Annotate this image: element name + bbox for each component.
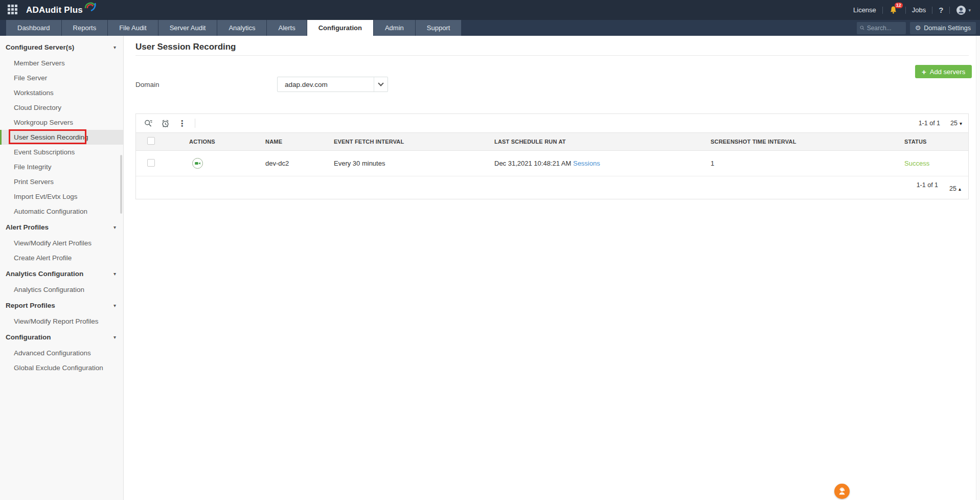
sidebar-item-member-servers[interactable]: Member Servers <box>0 56 123 71</box>
sidebar-item-label: User Session Recording <box>14 133 88 141</box>
table-row: dev-dc2 Every 30 minutes Dec 31,2021 10:… <box>136 151 968 176</box>
jobs-link[interactable]: Jobs <box>912 6 926 14</box>
window-scrollbar[interactable] <box>976 36 980 500</box>
domain-settings-label: Domain Settings <box>924 25 971 32</box>
sidebar-section-configured-servers[interactable]: Configured Server(s) ▾ <box>0 39 123 56</box>
caret-down-icon: ▾ <box>960 121 962 126</box>
tab-support[interactable]: Support <box>416 20 462 36</box>
sidebar-scrollbar-thumb[interactable] <box>120 155 122 214</box>
sidebar-item-view-modify-report-profiles[interactable]: View/Modify Report Profiles <box>0 314 123 329</box>
user-menu[interactable]: ▾ <box>956 5 971 15</box>
sidebar-section-alert-profiles[interactable]: Alert Profiles ▾ <box>0 219 123 236</box>
page-title: User Session Recording <box>135 42 236 52</box>
tab-dashboard[interactable]: Dashboard <box>6 20 61 36</box>
sidebar-section-label: Alert Profiles <box>6 223 49 231</box>
sidebar-item-analytics-configuration[interactable]: Analytics Configuration <box>0 282 123 297</box>
last-run-timestamp: Dec 31,2021 10:48:21 AM <box>494 160 571 167</box>
sidebar-item-create-alert-profile[interactable]: Create Alert Profile <box>0 251 123 265</box>
sidebar-item-workstations[interactable]: Workstations <box>0 85 123 100</box>
schedule-alarm-icon[interactable] <box>160 118 170 128</box>
caret-up-icon: ▴ <box>959 186 961 192</box>
tab-alerts[interactable]: Alerts <box>267 20 306 36</box>
table-panel: ⋮ 1-1 of 1 25 ▾ ACTIONS NAME EVENT FETCH… <box>135 113 969 199</box>
sidebar-item-global-exclude-configuration[interactable]: Global Exclude Configuration <box>0 360 123 375</box>
sidebar-item-file-server[interactable]: File Server <box>0 71 123 85</box>
global-search[interactable] <box>857 22 906 34</box>
divider <box>882 7 883 14</box>
sidebar-item-advanced-configurations[interactable]: Advanced Configurations <box>0 346 123 360</box>
license-link[interactable]: License <box>853 6 876 14</box>
session-recording-camera-icon[interactable] <box>192 158 203 169</box>
sidebar-item-automatic-configuration[interactable]: Automatic Configuration <box>0 204 123 219</box>
sidebar-item-workgroup-servers[interactable]: Workgroup Servers <box>0 115 123 130</box>
tab-admin[interactable]: Admin <box>374 20 415 36</box>
page-size-dropdown[interactable]: 25 ▾ <box>950 120 962 127</box>
divider <box>949 7 950 14</box>
table-toolbar: ⋮ 1-1 of 1 25 ▾ <box>136 114 968 132</box>
tab-server-audit[interactable]: Server Audit <box>158 20 217 36</box>
gear-icon: ⚙ <box>915 25 921 31</box>
plus-icon: + <box>922 68 926 76</box>
tab-configuration[interactable]: Configuration <box>307 20 373 36</box>
add-servers-button[interactable]: + Add servers <box>915 65 972 78</box>
sidebar-section-label: Analytics Configuration <box>6 270 83 278</box>
domain-selected-value: adap.dev.com <box>278 81 374 88</box>
sidebar-item-view-modify-alert-profiles[interactable]: View/Modify Alert Profiles <box>0 236 123 251</box>
column-header-event-fetch-interval: EVENT FETCH INTERVAL <box>334 139 494 145</box>
notifications-bell-icon[interactable]: 12 <box>889 6 899 15</box>
cell-status: Success <box>904 160 968 167</box>
domain-select[interactable]: adap.dev.com <box>277 77 388 92</box>
select-all-checkbox[interactable] <box>147 137 155 145</box>
cell-screenshot-time-interval: 1 <box>711 160 904 167</box>
column-header-status: STATUS <box>904 139 968 145</box>
dropdown-caret-segment[interactable] <box>374 77 388 92</box>
chevron-down-icon <box>378 80 383 86</box>
headset-person-icon <box>837 487 847 496</box>
column-header-actions: ACTIONS <box>189 139 265 145</box>
sessions-link[interactable]: Sessions <box>573 160 600 167</box>
sidebar: Configured Server(s) ▾ Member Servers Fi… <box>0 36 124 500</box>
row-checkbox[interactable] <box>147 159 155 167</box>
support-chat-bubble[interactable] <box>834 484 850 499</box>
sidebar-section-analytics-configuration[interactable]: Analytics Configuration ▾ <box>0 265 123 282</box>
kebab-menu-icon[interactable]: ⋮ <box>177 118 187 128</box>
brand-swoosh-icon <box>84 1 97 12</box>
app-grid-icon[interactable] <box>8 5 19 16</box>
tab-analytics[interactable]: Analytics <box>217 20 266 36</box>
page-size-value: 25 <box>949 185 956 192</box>
column-header-name: NAME <box>265 139 334 145</box>
sidebar-item-print-servers[interactable]: Print Servers <box>0 174 123 189</box>
cell-name: dev-dc2 <box>265 160 334 167</box>
cell-event-fetch-interval: Every 30 minutes <box>334 160 494 167</box>
table-footer: 1-1 of 1 25 ▴ <box>136 176 968 199</box>
tab-reports[interactable]: Reports <box>62 20 108 36</box>
pagination-range: 1-1 of 1 <box>919 120 940 127</box>
sidebar-item-import-evt-logs[interactable]: Import Evt/Evtx Logs <box>0 189 123 204</box>
domain-settings-button[interactable]: ⚙ Domain Settings <box>910 22 976 34</box>
domain-label: Domain <box>135 81 159 88</box>
sidebar-item-file-integrity[interactable]: File Integrity <box>0 160 123 174</box>
sidebar-item-cloud-directory[interactable]: Cloud Directory <box>0 100 123 115</box>
sidebar-section-configuration[interactable]: Configuration ▾ <box>0 329 123 346</box>
divider <box>195 119 195 128</box>
search-icon <box>860 25 864 31</box>
help-icon[interactable]: ? <box>939 6 943 14</box>
column-header-last-schedule-run-at: LAST SCHEDULE RUN AT <box>494 139 711 145</box>
avatar-icon <box>956 5 966 15</box>
top-bar: ADAudit Plus License 12 Jobs ? <box>0 0 980 20</box>
search-input[interactable] <box>867 25 903 32</box>
sidebar-section-label: Configured Server(s) <box>6 43 74 51</box>
page-size-value: 25 <box>950 120 958 127</box>
sidebar-item-user-session-recording[interactable]: User Session Recording <box>0 130 123 145</box>
pagination-range: 1-1 of 1 <box>917 181 938 189</box>
tab-file-audit[interactable]: File Audit <box>108 20 157 36</box>
main-content: User Session Recording Domain adap.dev.c… <box>124 36 980 500</box>
chevron-down-icon: ▾ <box>113 303 116 308</box>
chevron-down-icon: ▾ <box>113 271 116 277</box>
page-size-dropdown[interactable]: 25 ▴ <box>949 185 961 192</box>
sidebar-section-report-profiles[interactable]: Report Profiles ▾ <box>0 297 123 314</box>
filter-search-icon[interactable] <box>143 118 153 128</box>
chevron-down-icon: ▾ <box>113 334 116 340</box>
sidebar-section-label: Configuration <box>6 333 51 341</box>
sidebar-item-event-subscriptions[interactable]: Event Subscriptions <box>0 145 123 160</box>
